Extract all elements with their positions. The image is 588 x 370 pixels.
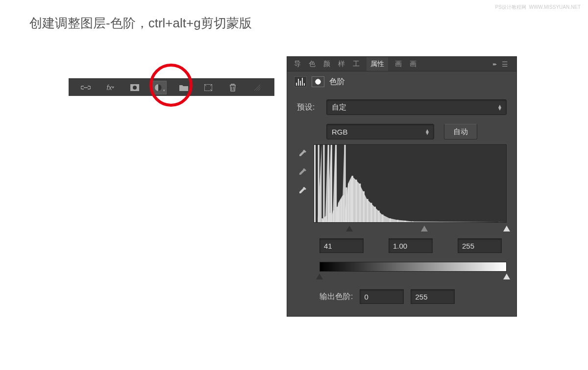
tab-swatches[interactable]: 颜 [322, 57, 331, 71]
tab-tools[interactable]: 工 [352, 57, 361, 71]
svg-point-1 [133, 86, 137, 90]
panel-tab-bar: 导 色 颜 样 工 属性 画 画 ▸▸ ☰ [287, 57, 516, 71]
output-low-slider[interactable] [316, 274, 323, 279]
tab-styles[interactable]: 样 [337, 57, 346, 71]
tab-brush2[interactable]: 画 [409, 57, 417, 71]
link-layers-icon[interactable] [78, 81, 93, 94]
midtone-slider[interactable] [421, 226, 428, 231]
auto-button[interactable]: 自动 [444, 124, 477, 139]
new-layer-icon[interactable] [201, 81, 216, 94]
tab-properties[interactable]: 属性 [367, 57, 388, 71]
output-slider-track [319, 274, 507, 281]
watermark: PS设计教程网 WWW.MISSYUAN.NET [495, 4, 581, 11]
layer-mask-icon[interactable] [127, 81, 142, 94]
output-high-slider[interactable] [503, 274, 510, 279]
instruction-text: 创建调整图层-色阶，ctrl+alt+g剪切蒙版 [29, 15, 252, 32]
panel-header: 色阶 [287, 71, 516, 92]
svg-marker-36 [314, 145, 506, 222]
tab-nav[interactable]: 导 [293, 57, 302, 71]
trash-icon[interactable] [225, 81, 240, 94]
panel-menu-icon[interactable]: ☰ [502, 60, 511, 68]
dropdown-arrow-icon: ▴▾ [498, 104, 501, 110]
preset-value: 自定 [332, 103, 346, 112]
layers-panel-footer: fx▾ ▾ [69, 78, 274, 96]
properties-panel: 导 色 颜 样 工 属性 画 画 ▸▸ ☰ 色阶 预设: 自定 ▴▾ RGB ▴… [287, 56, 517, 317]
adjustment-title: 色阶 [329, 77, 345, 87]
output-low-input[interactable]: 0 [360, 289, 404, 304]
histogram-display [314, 144, 507, 223]
channel-value: RGB [332, 128, 348, 136]
gray-point-eyedropper-icon[interactable] [297, 167, 308, 178]
mask-thumbnail-icon[interactable] [312, 76, 324, 87]
tab-color[interactable]: 色 [308, 57, 317, 71]
svg-rect-13 [335, 145, 337, 222]
expand-tabs-icon[interactable]: ▸▸ [493, 61, 496, 67]
shadow-input[interactable]: 41 [319, 238, 364, 253]
panel-body: 预设: 自定 ▴▾ RGB ▴▾ 自动 [287, 92, 516, 316]
histogram-svg [314, 145, 506, 222]
adjustment-layer-icon[interactable]: ▾ [152, 81, 167, 94]
folder-icon[interactable] [176, 81, 191, 94]
preset-dropdown[interactable]: 自定 ▴▾ [326, 99, 507, 115]
white-point-eyedropper-icon[interactable] [297, 185, 308, 196]
levels-icon[interactable] [294, 76, 307, 87]
svg-rect-4 [314, 145, 316, 222]
highlight-slider[interactable] [503, 226, 510, 231]
auto-button-label: 自动 [453, 127, 468, 137]
highlight-input[interactable]: 255 [458, 238, 502, 253]
shadow-slider[interactable] [346, 226, 353, 231]
channel-dropdown[interactable]: RGB ▴▾ [326, 124, 434, 139]
svg-rect-11 [331, 145, 332, 222]
output-high-input[interactable]: 255 [411, 289, 455, 304]
tab-brush1[interactable]: 画 [394, 57, 403, 71]
eyedropper-column [297, 144, 308, 223]
svg-rect-7 [323, 145, 324, 222]
output-levels-label: 输出色阶: [319, 292, 353, 302]
fx-icon[interactable]: fx▾ [103, 81, 118, 94]
black-point-eyedropper-icon[interactable] [297, 148, 308, 159]
output-gradient-bar [319, 262, 507, 272]
preset-label: 预设: [297, 102, 321, 113]
midtone-input[interactable]: 1.00 [389, 238, 433, 253]
input-slider-track [319, 226, 507, 233]
resize-handle-icon[interactable] [250, 81, 265, 94]
dropdown-arrow-icon: ▴▾ [426, 129, 429, 135]
